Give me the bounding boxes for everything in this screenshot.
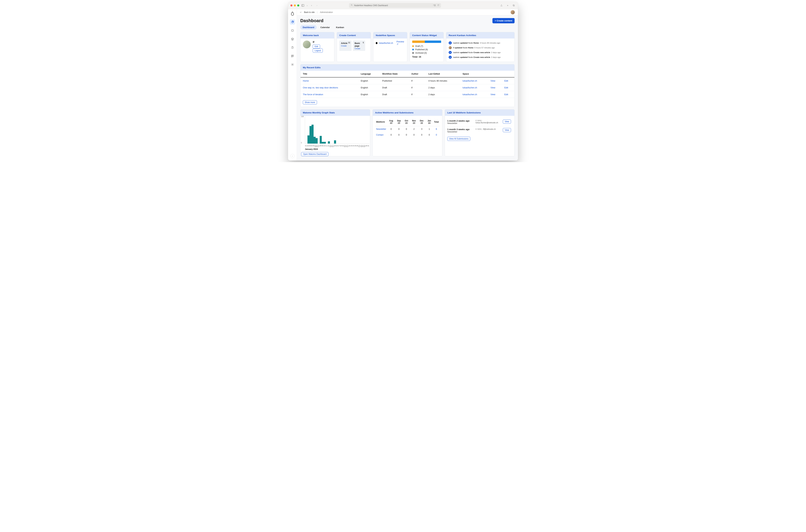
x-tick: 25 [354,145,356,147]
sidebar-toggle-icon[interactable] [301,4,305,7]
x-tick: 12 [327,145,329,147]
main-area: ↩ Back to site | Administration Dashboar… [297,9,518,160]
legend-published: Published (9) [412,49,441,51]
kanban-activity-row[interactable]: lf updated Node Home 6 hours 57 minutes … [449,45,512,50]
submission-form: Newsletter [447,131,473,133]
tile-label: Basic [355,42,360,44]
webform-name-link[interactable]: Contact [376,134,383,136]
back-to-site-link[interactable]: Back to site [304,11,315,14]
open-matomo-button[interactable]: Open Matomo Dashboard [301,152,329,156]
address-bar[interactable]: NodeHive Headless CMS Dashboard ᴬ文 [349,3,441,8]
table-row: Newsletter0002316 [375,126,440,132]
nav-forward-button[interactable]: › [315,4,319,7]
row-edit-link[interactable]: Edit [504,86,508,89]
rail-files[interactable] [290,45,295,50]
tab-kanban[interactable]: Kanban [334,25,346,30]
submission-view-button[interactable]: View [503,119,511,124]
wf-col: Dec 23 [418,118,426,126]
row-view-link[interactable]: View [490,86,495,89]
rail-layers[interactable] [290,36,295,42]
bottom-cards-row: Matomo Monthly Graph Stats 100 0 0102030… [300,109,514,156]
chart-xaxis: 0102030405060708091011121314151617181920… [305,145,369,147]
rail-apps[interactable] [290,53,295,59]
x-tick: 26 [356,145,358,147]
create-basicpage-link[interactable]: Create [355,48,363,50]
edit-title-link[interactable]: Home [303,79,309,82]
col-language: Language [358,71,380,77]
logout-button[interactable]: Logout [313,49,323,53]
legend-draft: Draft (7) [412,45,441,48]
kanban-list: nnadmin updated Node Home 4 hours 48 min… [446,38,514,62]
submission-email: lf@netnode.ch [483,128,496,130]
chevron-down-icon[interactable]: ⌄ [306,4,308,6]
administration-link[interactable]: Administration [320,11,333,14]
wf-col: Sep 23 [395,118,402,126]
user-avatar[interactable] [510,10,515,15]
view-all-submissions-button[interactable]: View All Submissions [447,137,470,141]
new-tab-icon[interactable]: ＋ [506,4,509,7]
submission-row: 1 month 2 weeks agoNewsletterE MAIL: luk… [447,118,512,126]
tab-dashboard[interactable]: Dashboard [300,25,317,30]
edit-title-link[interactable]: The force of iteration [303,93,323,96]
chart-bar [316,138,318,144]
page-header: Dashboard + Create content [297,15,518,23]
webform-name-link[interactable]: Newsletter [376,128,386,130]
titlebar-right: ＋ [500,4,516,7]
app-shell: › ↩ Back to site | Administration Dashbo… [288,9,518,160]
row-view-link[interactable]: View [490,93,495,96]
edit-space-link[interactable]: lukasfischer.ch [463,93,477,96]
create-content-button[interactable]: + Create content [492,18,514,23]
profile-edit-button[interactable]: Edit [313,44,320,49]
status-legend: Draft (7) Published (9) Archived (0) [412,45,441,54]
tabs-overview-icon[interactable] [512,4,516,7]
row-edit-link[interactable]: Edit [504,79,508,82]
chart-bar [314,137,316,144]
col-last-edited: Last Edited [426,71,460,77]
view-tabs: Dashboard Calendar Kanban [297,23,518,32]
edit-space-link[interactable]: lukasfischer.ch [463,79,477,82]
rail-dashboard[interactable] [290,19,295,25]
space-name-link[interactable]: lukasfischer.ch [379,42,393,44]
create-article-link[interactable]: Create [341,45,350,47]
svg-rect-8 [293,55,294,56]
back-arrow-icon[interactable]: ↩ [300,11,302,14]
kanban-activity-row[interactable]: nnadmin updated Node Create new article … [449,55,512,60]
space-preview-link[interactable]: Preview ↗ [396,40,405,45]
app-logo-icon[interactable] [291,12,294,16]
submission-view-button[interactable]: View [503,128,511,132]
edit-space-link[interactable]: lukasfischer.ch [463,86,477,89]
share-icon[interactable] [500,4,503,7]
submissions-title: Last 10 Webform Submissions [445,110,514,116]
rail-expand-button[interactable]: › [290,154,295,158]
wf-col: Oct 23 [403,118,410,126]
nav-back-button[interactable]: ‹ [310,4,313,7]
row-edit-link[interactable]: Edit [504,93,508,96]
row-view-link[interactable]: View [490,79,495,82]
kanban-activity-row[interactable]: nnadmin updated Node Create new article … [449,50,512,55]
webform-total-link[interactable]: 0 [436,134,437,136]
table-row: One way vs. two way door decitionsEnglis… [300,84,514,91]
edit-title-link[interactable]: One way vs. two way door decitions [303,86,338,89]
show-more-button[interactable]: Show more [303,100,317,104]
rail-content[interactable] [290,28,295,33]
submission-when: 1 month 2 weeks ago [447,119,473,122]
rail-settings[interactable] [290,62,295,67]
create-basicpage-tile: Basic 5 page Create [353,40,365,51]
window-close-icon[interactable] [290,4,293,6]
chart-bar [324,142,326,144]
window-minimize-icon[interactable] [294,4,296,6]
webform-total-link[interactable]: 6 [436,128,437,130]
translate-icon[interactable]: ᴬ文 [433,4,436,7]
reload-icon[interactable] [437,4,439,7]
recent-edits-title: My Recent Edits [300,64,514,71]
svg-line-3 [352,5,353,6]
window-zoom-icon[interactable] [297,4,299,6]
svg-point-10 [292,64,293,65]
space-status-icon [376,42,377,44]
welcome-username: lf [313,40,332,43]
tab-calendar[interactable]: Calendar [318,25,332,30]
tile-sublabel: page [355,45,363,47]
page-title: Dashboard [300,18,323,23]
kanban-activity-row[interactable]: nnadmin updated Node Home 4 hours 48 min… [449,40,512,45]
submission-email: lukas.fischer@netnode.ch [475,121,498,124]
